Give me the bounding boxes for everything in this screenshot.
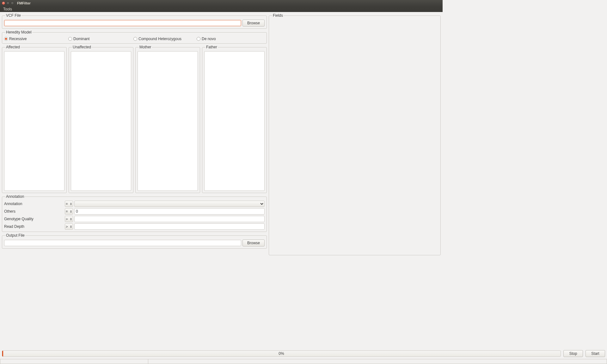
unaffected-legend: Unaffected (72, 45, 92, 49)
menu-tools[interactable]: Tools (2, 7, 13, 11)
rd-input[interactable] (74, 223, 265, 230)
output-file-group: Output File Browse (2, 233, 267, 249)
fields-group: Fields (269, 13, 441, 255)
gq-op-stepper[interactable]: > ▲▼ (65, 216, 73, 222)
others-op-value: = (66, 209, 68, 213)
radio-recessive[interactable] (4, 37, 8, 41)
vcf-file-input[interactable] (4, 20, 241, 26)
heredity-option-compound[interactable]: Compound Heterozygous (133, 37, 197, 41)
father-group: Father (202, 45, 267, 193)
vcf-browse-button[interactable]: Browse (242, 20, 265, 27)
others-row-label: Others (4, 209, 64, 214)
gq-op-value: > (66, 217, 68, 221)
annotation-op-stepper[interactable]: = ▲▼ (65, 201, 73, 207)
fields-list[interactable] (271, 20, 438, 253)
affected-legend: Affected (5, 45, 21, 49)
rd-op-value: > (66, 225, 68, 228)
heredity-legend: Heredity Model (5, 30, 32, 34)
radio-recessive-label: Recessive (9, 37, 27, 41)
menubar: Tools (0, 6, 443, 12)
unaffected-list[interactable] (71, 51, 131, 191)
radio-compound[interactable] (133, 37, 137, 41)
annotation-op-value: = (66, 202, 68, 206)
radio-denovo[interactable] (197, 37, 200, 41)
others-op-stepper[interactable]: = ▲▼ (65, 208, 73, 215)
heredity-model-group: Heredity Model Recessive Dominant Compou… (2, 30, 267, 44)
mother-list[interactable] (138, 51, 198, 191)
annotation-legend: Annotation (5, 194, 25, 199)
radio-compound-label: Compound Heterozygous (138, 37, 181, 41)
heredity-option-recessive[interactable]: Recessive (4, 37, 68, 41)
stepper-arrows-icon: ▲▼ (70, 217, 72, 221)
gq-row-label: Genotype Quality (4, 217, 64, 221)
affected-list[interactable] (4, 51, 64, 191)
window-titlebar: FMFilter (0, 0, 443, 6)
unaffected-group: Unaffected (69, 45, 133, 193)
output-file-input[interactable] (4, 240, 241, 246)
stepper-arrows-icon: ▲▼ (70, 202, 72, 205)
father-legend: Father (205, 45, 218, 49)
mother-group: Mother (135, 45, 200, 193)
heredity-option-dominant[interactable]: Dominant (68, 37, 133, 41)
output-browse-button[interactable]: Browse (242, 240, 265, 246)
annotation-row-label: Annotation (4, 202, 64, 206)
others-input[interactable] (74, 208, 265, 215)
rd-op-stepper[interactable]: > ▲▼ (65, 223, 73, 230)
radio-denovo-label: De novo (202, 37, 216, 41)
close-icon[interactable] (2, 2, 5, 5)
father-list[interactable] (204, 51, 265, 191)
annotation-combo[interactable] (74, 201, 265, 207)
vcf-file-group: VCF File Browse (2, 13, 267, 29)
annotation-group: Annotation Annotation = ▲▼ Others = ▲▼ G… (2, 194, 267, 232)
output-legend: Output File (5, 233, 25, 238)
rd-row-label: Read Depth (4, 224, 64, 229)
mother-legend: Mother (139, 45, 152, 49)
vcf-file-legend: VCF File (5, 13, 21, 18)
radio-dominant[interactable] (68, 37, 72, 41)
fields-legend: Fields (272, 13, 284, 18)
minimize-icon[interactable] (6, 2, 9, 5)
affected-group: Affected (2, 45, 67, 193)
window-title: FMFilter (17, 1, 31, 5)
radio-dominant-label: Dominant (73, 37, 89, 41)
stepper-arrows-icon: ▲▼ (70, 225, 72, 228)
heredity-option-denovo[interactable]: De novo (197, 37, 265, 41)
gq-input[interactable] (74, 216, 265, 222)
maximize-icon[interactable] (11, 2, 14, 5)
stepper-arrows-icon: ▲▼ (70, 210, 72, 213)
